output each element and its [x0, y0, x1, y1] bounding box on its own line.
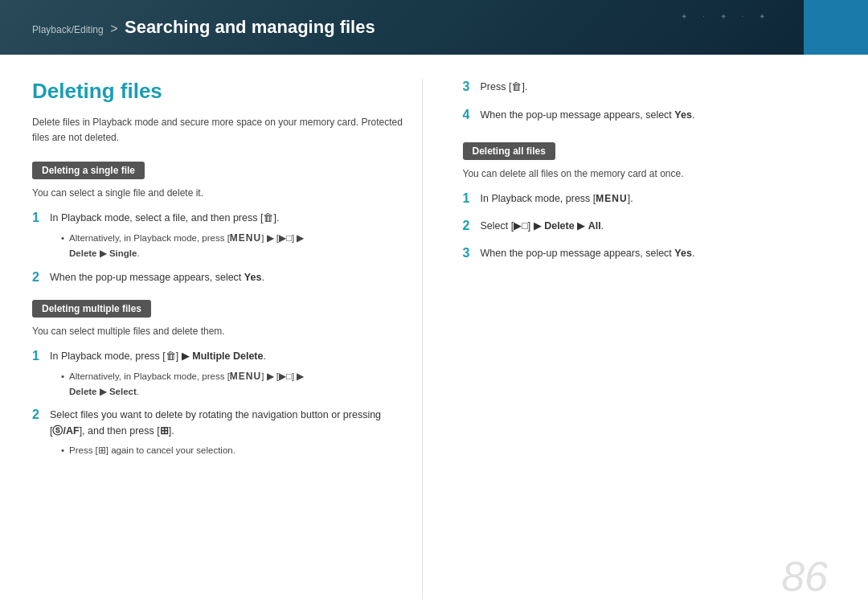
multiple-step-number-2: 2 [32, 408, 50, 422]
all-step-1: 1 In Playback mode, press [MENU]. [463, 191, 837, 207]
all-step-2-text: Select [▶□] ▶ Delete ▶ All. [481, 218, 604, 234]
multiple-step-1-bullet: Alternatively, in Playback mode, press [… [61, 369, 406, 400]
right-column: 3 Press [🗑]. 4 When the pop-up message a… [455, 79, 837, 599]
all-files-intro: You can delete all files on the memory c… [463, 168, 837, 179]
right-step-number-4: 4 [463, 108, 481, 122]
right-step-4-text: When the pop-up message appears, select … [481, 107, 695, 123]
multiple-files-badge: Deleting multiple files [32, 300, 151, 318]
all-step-number-3: 3 [463, 246, 481, 260]
multiple-files-intro: You can select multiple files and delete… [32, 326, 406, 337]
main-title: Deleting files [32, 79, 406, 104]
multiple-files-section: Deleting multiple files You can select m… [32, 300, 406, 458]
single-step-1-text: In Playback mode, select a file, and the… [50, 210, 406, 260]
multiple-step-1-text: In Playback mode, press [🗑] ▶ Multiple D… [50, 348, 406, 399]
right-top-steps: 3 Press [🗑]. 4 When the pop-up message a… [463, 79, 837, 123]
multiple-step-2-bullet: Press [⊞] again to cancel your selection… [61, 443, 406, 457]
step-number-1: 1 [32, 211, 50, 225]
all-step-3-text: When the pop-up message appears, select … [481, 245, 695, 261]
all-files-section: Deleting all files You can delete all fi… [463, 142, 837, 261]
all-step-number-1: 1 [463, 191, 481, 206]
all-step-1-text: In Playback mode, press [MENU]. [481, 191, 633, 207]
all-step-3: 3 When the pop-up message appears, selec… [463, 245, 837, 261]
page-header: Playback/Editing > Searching and managin… [0, 0, 868, 55]
step-number-2: 2 [32, 270, 50, 285]
right-step-number-3: 3 [463, 80, 481, 94]
single-step-1-bullet: Alternatively, in Playback mode, press [… [61, 231, 406, 261]
all-step-number-2: 2 [463, 219, 481, 233]
header-decoration [547, 0, 788, 55]
all-files-badge: Deleting all files [463, 142, 555, 160]
single-step-2: 2 When the pop-up message appears, selec… [32, 269, 406, 285]
right-step-3: 3 Press [🗑]. [463, 79, 837, 96]
multiple-step-2: 2 Select files you want to delete by rot… [32, 407, 406, 457]
left-column: Deleting files Delete files in Playback … [32, 79, 423, 599]
single-file-section: Deleting a single file You can select a … [32, 162, 406, 285]
single-step-2-text: When the pop-up message appears, select … [50, 269, 406, 285]
intro-text: Delete files in Playback mode and secure… [32, 115, 406, 146]
single-file-badge: Deleting a single file [32, 162, 145, 179]
multiple-step-number-1: 1 [32, 349, 50, 363]
page-content: Deleting files Delete files in Playback … [0, 55, 868, 615]
multiple-step-1: 1 In Playback mode, press [🗑] ▶ Multiple… [32, 348, 406, 399]
all-step-2: 2 Select [▶□] ▶ Delete ▶ All. [463, 218, 837, 234]
multiple-step-2-text: Select files you want to delete by rotat… [50, 407, 406, 457]
right-step-4: 4 When the pop-up message appears, selec… [463, 107, 837, 123]
breadcrumb-separator: > [110, 22, 121, 35]
page-number: 86 [781, 552, 828, 601]
single-step-1: 1 In Playback mode, select a file, and t… [32, 210, 406, 260]
breadcrumb: Playback/Editing > Searching and managin… [32, 17, 375, 38]
right-step-3-text: Press [🗑]. [481, 79, 528, 96]
page-header-title: Searching and managing files [125, 17, 375, 37]
breadcrumb-prefix: Playback/Editing [32, 24, 104, 35]
single-file-intro: You can select a single file and delete … [32, 187, 406, 199]
